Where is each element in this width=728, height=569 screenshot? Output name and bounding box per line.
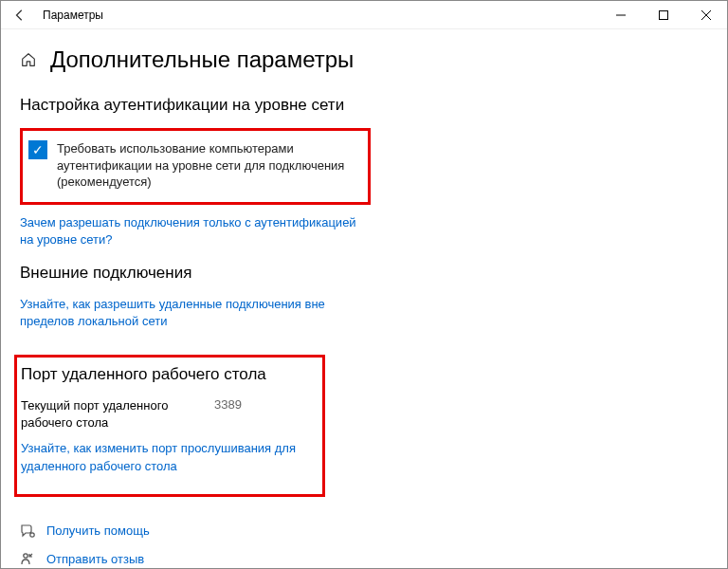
arrow-left-icon xyxy=(13,9,27,22)
external-section: Внешние подключения Узнайте, как разреши… xyxy=(20,264,708,330)
content: Дополнительные параметры Настройка аутен… xyxy=(1,29,727,567)
minimize-icon xyxy=(616,10,626,20)
minimize-button[interactable] xyxy=(599,1,642,29)
auth-checkbox[interactable]: ✓ xyxy=(28,140,47,159)
window-controls xyxy=(599,1,727,29)
check-icon: ✓ xyxy=(32,143,44,156)
external-section-title: Внешние подключения xyxy=(20,264,708,283)
port-value: 3389 xyxy=(214,397,242,431)
auth-link[interactable]: Зачем разрешать подключения только с аут… xyxy=(20,214,361,248)
home-icon[interactable] xyxy=(20,51,37,68)
auth-section-title: Настройка аутентификации на уровне сети xyxy=(20,96,708,115)
port-row: Текущий порт удаленного рабочего стола 3… xyxy=(21,397,315,431)
port-highlight: Порт удаленного рабочего стола Текущий п… xyxy=(14,355,325,496)
auth-checkbox-row[interactable]: ✓ Требовать использование компьютерами а… xyxy=(28,140,360,191)
page-header: Дополнительные параметры xyxy=(20,46,708,73)
auth-section: Настройка аутентификации на уровне сети … xyxy=(20,96,708,248)
external-link[interactable]: Узнайте, как разрешить удаленные подключ… xyxy=(20,296,361,330)
port-section: Порт удаленного рабочего стола Текущий п… xyxy=(20,355,708,496)
back-button[interactable] xyxy=(9,4,31,27)
feedback-icon xyxy=(20,552,35,567)
feedback-link[interactable]: Отправить отзыв xyxy=(20,552,708,567)
close-button[interactable] xyxy=(684,1,727,29)
help-icon xyxy=(20,523,35,539)
titlebar: Параметры xyxy=(1,1,727,29)
page-title: Дополнительные параметры xyxy=(50,46,354,73)
maximize-button[interactable] xyxy=(642,1,684,29)
footer: Получить помощь Отправить отзыв xyxy=(20,523,708,567)
help-link[interactable]: Получить помощь xyxy=(20,523,708,539)
close-icon xyxy=(701,10,711,20)
auth-checkbox-label: Требовать использование компьютерами аут… xyxy=(57,140,351,191)
port-link[interactable]: Узнайте, как изменить порт прослушивания… xyxy=(21,440,315,474)
help-text: Получить помощь xyxy=(46,523,150,538)
maximize-icon xyxy=(659,10,668,20)
auth-highlight: ✓ Требовать использование компьютерами а… xyxy=(20,128,371,205)
feedback-text: Отправить отзыв xyxy=(46,552,144,566)
port-section-title: Порт удаленного рабочего стола xyxy=(21,365,315,384)
svg-point-4 xyxy=(30,533,34,537)
svg-point-5 xyxy=(24,554,27,558)
port-label: Текущий порт удаленного рабочего стола xyxy=(21,397,182,431)
svg-rect-1 xyxy=(659,11,667,20)
window-title: Параметры xyxy=(43,9,103,22)
